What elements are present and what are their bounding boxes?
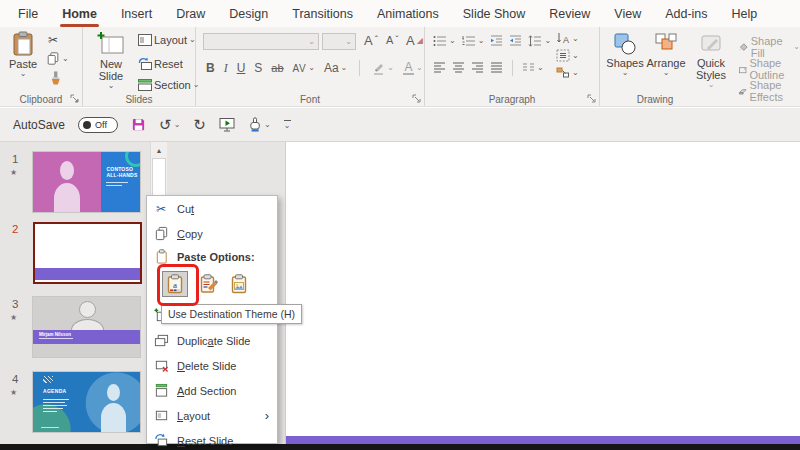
save-button[interactable] (131, 117, 146, 132)
font-size-combo[interactable]: ⌄ (322, 33, 356, 50)
font-name-combo[interactable]: ⌄ (203, 33, 319, 50)
redo-button[interactable]: ↻ (193, 116, 206, 134)
decrease-indent-button[interactable] (490, 35, 503, 47)
clipboard-dialog-launcher-icon[interactable] (70, 94, 79, 103)
align-text-button[interactable]: ⌄ (556, 49, 579, 62)
convert-to-smartart-button[interactable]: ⌄ (556, 66, 579, 79)
submenu-arrow-icon: › (265, 408, 269, 423)
shape-outline-button[interactable]: Shape Outline (738, 57, 800, 81)
quick-styles-label: Quick Styles (690, 57, 732, 81)
bold-button[interactable]: B (206, 61, 215, 75)
menu-item-duplicate-slide[interactable]: Duplicate Slide (147, 328, 277, 353)
format-painter-button[interactable] (48, 71, 63, 86)
shape-fill-icon (738, 41, 749, 54)
arrange-button[interactable]: Arrange ⌄ (646, 32, 686, 76)
touch-mouse-mode-button[interactable]: ⌄ (248, 117, 271, 132)
autosave-toggle[interactable]: Off (78, 117, 118, 133)
section-button[interactable]: Section ⌄ (138, 79, 199, 91)
slide-2-thumbnail-selected[interactable] (33, 222, 142, 284)
slide-4-thumbnail[interactable]: AGENDA (33, 372, 140, 432)
chevron-down-icon: ⌄ (793, 44, 800, 50)
chevron-down-icon: ⌄ (572, 36, 579, 42)
slide3-subtitle-bar (39, 338, 73, 339)
tab-help[interactable]: Help (720, 0, 770, 27)
toggle-dot-icon (83, 121, 91, 129)
menu-item-delete-slide[interactable]: Delete Slide (147, 353, 277, 378)
shape-outline-label: Shape Outline (749, 57, 800, 81)
shape-effects-icon (738, 85, 748, 98)
undo-button[interactable]: ↺ ⌄ (159, 116, 180, 134)
divider (359, 60, 360, 76)
shadow-button[interactable]: S (254, 61, 262, 75)
tab-animations[interactable]: Animations (365, 0, 451, 27)
clear-formatting-button[interactable]: A◢ (406, 33, 423, 48)
menu-item-add-section[interactable]: Add Section (147, 378, 277, 403)
text-highlight-button[interactable]: ⌄ (372, 62, 394, 75)
underline-button[interactable]: U (237, 61, 246, 75)
paragraph-dialog-launcher-icon[interactable] (587, 94, 596, 103)
italic-button[interactable]: I (224, 61, 228, 76)
shrink-font-button[interactable]: Aˇ (386, 34, 399, 46)
layout-button[interactable]: Layout ⌄ (138, 34, 196, 46)
slide4-hash-decor (43, 376, 53, 383)
justify-button[interactable] (490, 62, 503, 74)
tab-home[interactable]: Home (50, 0, 109, 27)
cut-button[interactable]: ✂ (48, 33, 58, 47)
tab-slide-show[interactable]: Slide Show (451, 0, 538, 27)
shape-fill-button[interactable]: Shape Fill ⌄ (738, 35, 800, 59)
grow-font-button[interactable]: Aˆ (364, 33, 378, 48)
line-spacing-button[interactable]: ⌄ (528, 35, 551, 47)
scroll-up-button[interactable]: ▲ (151, 142, 167, 158)
quick-styles-button[interactable]: Quick Styles ⌄ (690, 32, 732, 88)
paste-as-picture-button[interactable] (226, 271, 252, 297)
menu-item-layout[interactable]: Layout › (147, 403, 277, 428)
strikethrough-button[interactable]: ab (271, 62, 283, 74)
chevron-down-icon: ⌄ (708, 82, 715, 88)
tab-draw[interactable]: Draw (164, 0, 217, 27)
align-right-button[interactable] (471, 62, 484, 74)
scroll-up-arrow-icon: ▲ (156, 147, 163, 154)
font-dialog-launcher-icon[interactable] (412, 94, 421, 103)
align-left-button[interactable] (433, 62, 446, 74)
tab-transitions[interactable]: Transitions (280, 0, 365, 27)
change-case-button[interactable]: Aa⌄ (324, 61, 347, 75)
bullets-button[interactable]: ⌄ (433, 35, 456, 47)
drawing-group-label: Drawing (600, 94, 710, 105)
increase-indent-button[interactable] (509, 35, 522, 47)
duplicate-slide-icon (153, 333, 169, 349)
tab-view[interactable]: View (602, 0, 653, 27)
align-center-button[interactable] (452, 62, 465, 74)
tab-review[interactable]: Review (537, 0, 602, 27)
reset-button[interactable]: Reset (138, 57, 183, 70)
new-slide-button[interactable]: New Slide ⌄ (89, 31, 133, 89)
autosave-label: AutoSave (13, 118, 65, 132)
paste-keep-source-formatting-button[interactable] (196, 271, 222, 297)
tab-insert[interactable]: Insert (109, 0, 164, 27)
font-color-button[interactable]: A ⌄ (403, 62, 423, 75)
slide4-footer-bar (41, 427, 59, 428)
customize-qat-button[interactable]: ⌄ (284, 120, 291, 129)
tab-design[interactable]: Design (217, 0, 280, 27)
numbering-button[interactable]: ⌄ (462, 35, 485, 47)
character-spacing-button[interactable]: AV⌄ (293, 63, 315, 74)
shapes-button[interactable]: Shapes ⌄ (608, 32, 642, 76)
paste-button[interactable]: Paste ⌄ (7, 31, 39, 77)
slide-3-thumbnail[interactable]: Mirjam Nilsson (33, 297, 140, 357)
columns-button[interactable]: ⌄ (522, 62, 544, 74)
tab-add-ins[interactable]: Add-ins (653, 0, 719, 27)
copy-button[interactable]: ⌄ (46, 51, 69, 66)
menu-item-cut[interactable]: ✂ Cut (147, 196, 277, 221)
shape-effects-button[interactable]: Shape Effects (738, 79, 800, 103)
slide-canvas[interactable] (285, 142, 800, 444)
chevron-down-icon: ⌄ (20, 71, 27, 77)
menu-item-copy[interactable]: Copy (147, 221, 277, 246)
text-direction-button[interactable]: A ⌄ (556, 32, 579, 45)
menu-item-reset-slide[interactable]: Reset Slide (147, 428, 277, 450)
copy-icon (153, 226, 169, 242)
chevron-down-icon: ⌄ (284, 123, 291, 129)
context-menu: ✂ Cut Copy Paste Options: a (146, 195, 278, 444)
layout-label: Layout (154, 34, 187, 46)
tab-file[interactable]: File (6, 0, 50, 27)
slide-1-thumbnail[interactable]: CONTOSO ALL-HANDS (33, 152, 140, 212)
start-slideshow-button[interactable] (219, 117, 235, 132)
